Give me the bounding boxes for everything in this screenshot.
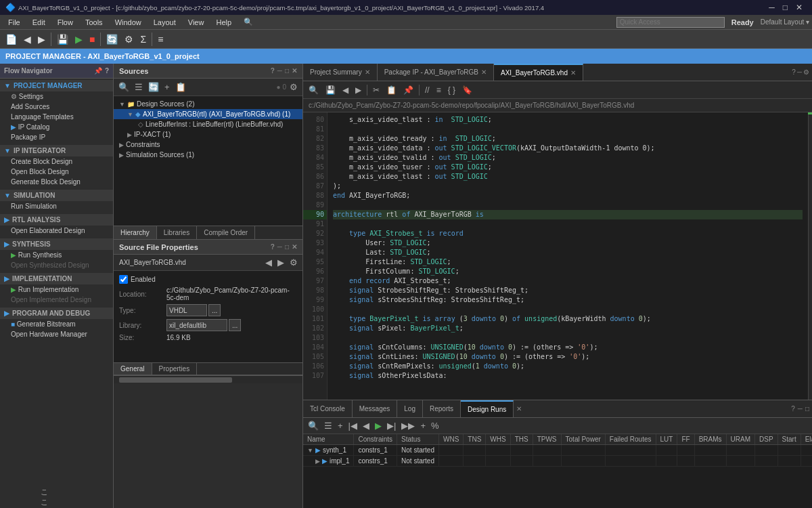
tree-item-simulation[interactable]: ▶ Simulation Sources (1) [114, 150, 302, 160]
sfp-type-input[interactable] [166, 304, 207, 316]
tab-project-summary[interactable]: Project Summary ✕ [303, 64, 378, 81]
bottom-max-icon[interactable]: □ [805, 405, 809, 412]
nav-item-generate-block[interactable]: Generate Block Design [0, 177, 113, 187]
editor-scope-button[interactable]: { } [445, 84, 458, 96]
editor-save-button[interactable]: 💾 [323, 84, 338, 96]
editor-copy-button[interactable]: 📋 [384, 84, 399, 96]
quick-access-input[interactable] [616, 17, 725, 28]
sources-help-icon[interactable]: ? [271, 67, 275, 75]
nav-item-language-templates[interactable]: Language Templates [0, 112, 113, 122]
horizontal-scrollbar[interactable] [114, 375, 302, 383]
editor-bookmark-button[interactable]: 🔖 [459, 84, 475, 96]
tree-item-design-sources[interactable]: ▼ 📁 Design Sources (2) [114, 99, 302, 109]
sfp-type-button[interactable]: ... [208, 304, 221, 316]
row1-expand-icon[interactable]: ▼ [307, 447, 313, 454]
sfp-enabled-checkbox[interactable] [119, 275, 128, 284]
sfp-tab-general[interactable]: General [114, 363, 152, 375]
back-button[interactable]: ◀ [21, 33, 34, 46]
sources-minus-icon[interactable]: ─ [277, 67, 282, 75]
row2-expand-icon[interactable]: ▶ [315, 458, 320, 465]
close-button[interactable]: ✕ [792, 3, 807, 12]
editor-settings-icon[interactable]: ⚙ [803, 68, 809, 76]
editor-back-button[interactable]: ◀ [340, 84, 351, 96]
sources-add-button[interactable]: + [162, 81, 172, 93]
save-button[interactable]: 💾 [54, 33, 71, 46]
tab-package-ip[interactable]: Package IP - AXI_BayerToRGB ✕ [378, 64, 494, 81]
bottom-help-icon[interactable]: ? [791, 405, 795, 412]
editor-align-button[interactable]: ≡ [434, 84, 444, 96]
editor-minimize-icon[interactable]: ─ [797, 68, 802, 76]
nav-item-run-sim[interactable]: Run Simulation [0, 201, 113, 211]
maximize-button[interactable]: □ [779, 3, 792, 12]
dr-new-button[interactable]: + [418, 419, 428, 432]
flow-nav-help-icon[interactable]: ? [105, 67, 109, 75]
tree-item-constraints[interactable]: ▶ Constraints [114, 140, 302, 150]
sigma-button[interactable]: Σ [137, 33, 149, 46]
sources-refresh-button[interactable]: 🔄 [146, 81, 161, 93]
flow-nav-pin-icon[interactable]: 📌 [94, 67, 102, 75]
taskbar-search-label[interactable]: ここに入力して検索 [41, 487, 48, 508]
editor-cut-button[interactable]: ✂ [370, 84, 382, 96]
sources-list-button[interactable]: ☰ [133, 81, 145, 93]
menu-flow[interactable]: Flow [52, 17, 78, 28]
sfp-library-input[interactable] [166, 319, 227, 331]
tab-hierarchy[interactable]: Hierarchy [114, 226, 157, 239]
nav-item-run-synthesis[interactable]: ▶ Run Synthesis [0, 250, 113, 260]
code-editor[interactable]: 80 81 82 83 84 85 86 87 88 89 90 91 92 9… [303, 112, 812, 400]
tab-log[interactable]: Log [397, 400, 423, 417]
sfp-tab-properties[interactable]: Properties [152, 363, 198, 375]
dr-back-button[interactable]: ◀ [361, 419, 371, 432]
table-row[interactable]: ▼ ▶ synth_1 constrs_1 Not started [303, 445, 812, 456]
table-row[interactable]: ▶ ▶ impl_1 constrs_1 Not started [303, 456, 812, 467]
sources-search-button[interactable]: 🔍 [116, 81, 131, 93]
editor-forward-button[interactable]: ▶ [353, 84, 364, 96]
dr-percent-button[interactable]: % [429, 419, 441, 432]
nav-item-open-synth[interactable]: Open Synthesized Design [0, 260, 113, 270]
tree-item-axibayertorgb[interactable]: ▼ ◆ AXI_BayerToRGB(rtl) (AXI_BayerToRGB.… [114, 109, 302, 119]
nav-item-ip-catalog[interactable]: ▶ IP Catalog [0, 122, 113, 132]
menu-file[interactable]: File [3, 17, 26, 28]
new-button[interactable]: 📄 [3, 33, 20, 46]
sources-close-icon[interactable]: ✕ [292, 67, 297, 75]
sfp-help-icon[interactable]: ? [271, 243, 275, 251]
menu-window[interactable]: Window [110, 17, 147, 28]
dr-search-button[interactable]: 🔍 [306, 419, 321, 432]
nav-section-header-rtl[interactable]: ▶ RTL ANALYSIS [0, 214, 113, 226]
nav-item-open-impl[interactable]: Open Implemented Design [0, 295, 113, 305]
tab-reports[interactable]: Reports [423, 400, 461, 417]
editor-help-icon[interactable]: ? [792, 68, 796, 76]
dr-first-button[interactable]: |◀ [346, 419, 359, 432]
editor-search-button[interactable]: 🔍 [306, 84, 321, 96]
bottom-tab-close[interactable]: ✕ [516, 400, 522, 417]
sources-gear-button[interactable]: ⚙ [288, 81, 300, 93]
tab-compile-order[interactable]: Compile Order [197, 226, 255, 239]
tab-libraries[interactable]: Libraries [157, 226, 197, 239]
stop-button[interactable]: ■ [87, 33, 97, 46]
settings-button[interactable]: ⚙ [122, 33, 136, 46]
tree-item-linebuffer[interactable]: ◇ LineBufferInst : LineBuffer(rtl) (Line… [114, 119, 302, 129]
nav-item-open-hw-manager[interactable]: Open Hardware Manager [0, 329, 113, 339]
sfp-library-button[interactable]: ... [229, 319, 241, 331]
editor-paste-button[interactable]: 📌 [401, 84, 416, 96]
code-content[interactable]: s_axis_video_tlast : in STD_LOGIC; m_axi… [328, 112, 808, 400]
menu-view[interactable]: View [183, 17, 210, 28]
package-ip-tab-close[interactable]: ✕ [481, 68, 487, 76]
run-button[interactable]: ▶ [72, 33, 85, 46]
nav-section-header-synth[interactable]: ▶ SYNTHESIS [0, 238, 113, 250]
sfp-gear-button[interactable]: ⚙ [288, 256, 300, 269]
axi-vhd-tab-close[interactable]: ✕ [570, 69, 576, 77]
nav-section-header-sim[interactable]: ▼ SIMULATION [0, 190, 113, 201]
menu-tools[interactable]: Tools [80, 17, 108, 28]
menu-edit[interactable]: Edit [27, 17, 51, 28]
nav-section-header-project[interactable]: ▼ PROJECT MANAGER [0, 80, 113, 91]
sfp-close-icon[interactable]: ✕ [292, 243, 297, 251]
sfp-back-button[interactable]: ◀ [263, 256, 274, 269]
tab-design-runs[interactable]: Design Runs [461, 400, 514, 417]
nav-section-header-impl[interactable]: ▶ IMPLEMENTATION [0, 273, 113, 284]
dr-next-button[interactable]: ▶| [385, 419, 398, 432]
nav-section-header-ip[interactable]: ▼ IP INTEGRATOR [0, 145, 113, 156]
minimize-button[interactable]: ─ [765, 3, 779, 12]
sources-copy-button[interactable]: 📋 [173, 81, 188, 93]
nav-item-run-impl[interactable]: ▶ Run Implementation [0, 284, 113, 295]
tab-messages[interactable]: Messages [353, 400, 398, 417]
